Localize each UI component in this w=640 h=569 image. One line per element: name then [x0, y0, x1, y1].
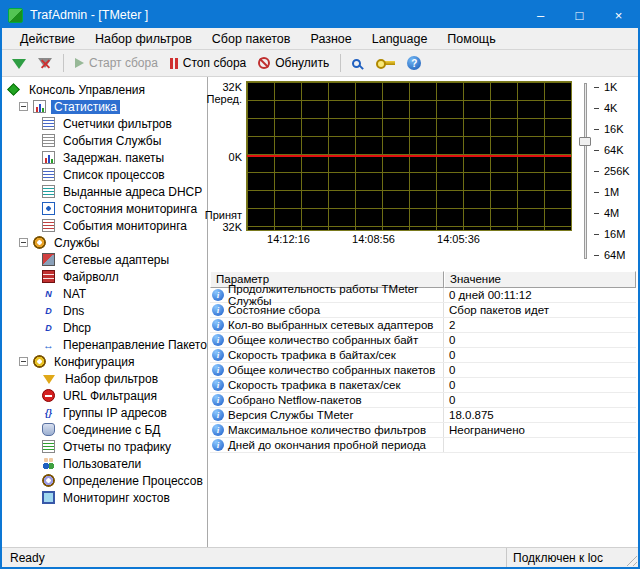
table-row[interactable]: iПродолжительность работы TMeter Службы … [210, 288, 636, 303]
menu-action[interactable]: Действие [10, 28, 85, 49]
tree-item-process-list[interactable]: Список процессов [2, 166, 207, 183]
graph-column: 14:12:16 14:08:56 14:05:36 [246, 81, 572, 265]
table-row[interactable]: iОбщее количество собранных пакетов 0 [210, 363, 636, 378]
tree-item-nat[interactable]: N NAT [2, 285, 207, 302]
x-axis-tick: 14:12:16 [246, 233, 331, 245]
scale-label: 16M [604, 228, 625, 240]
param-value: 0 дней 00:11:12 [444, 288, 636, 302]
graph-y-labels: 32K Перед. 0K Принят 32K [210, 81, 246, 249]
zero-label: 0K [229, 151, 242, 163]
scale-label: 1M [604, 186, 619, 198]
tree-item-db-connection[interactable]: Соединение с БД [2, 421, 207, 438]
tree-root-console[interactable]: Консоль Управления [2, 81, 207, 98]
column-header-value[interactable]: Значение [444, 271, 636, 288]
resize-grip[interactable] [624, 553, 637, 566]
param-value [444, 438, 636, 452]
table-row[interactable]: iСкорость трафика в байтах/сек 0 [210, 348, 636, 363]
menu-misc[interactable]: Разное [300, 28, 361, 49]
dhcp-icon: D [42, 321, 55, 334]
tree-item-users[interactable]: Пользователи [2, 455, 207, 472]
filter-delete-button[interactable] [32, 53, 58, 74]
collapse-icon[interactable] [19, 102, 28, 111]
stop-capture-button[interactable]: Стоп сбора [164, 53, 252, 73]
scale-slider [578, 81, 592, 261]
license-key-button[interactable] [370, 58, 401, 68]
info-icon: i [212, 334, 224, 346]
delayed-packets-icon [42, 151, 55, 164]
maximize-button[interactable]: □ [560, 2, 599, 28]
tree-item-host-monitoring[interactable]: Мониторинг хостов [2, 489, 207, 506]
param-name: Состояние сбора [228, 304, 320, 316]
tree-item-filter-set[interactable]: Набор фильтров [2, 370, 207, 387]
tree-item-ip-groups[interactable]: {} Группы IP адресов [2, 404, 207, 421]
table-row[interactable]: iСкорость трафика в пакетах/сек 0 [210, 378, 636, 393]
scale-label: 64K [604, 144, 624, 156]
tree-item-dns[interactable]: D Dns [2, 302, 207, 319]
tree-item-firewall[interactable]: Файрволл [2, 268, 207, 285]
tree-item-filter-counters[interactable]: Счетчики фильтров [2, 115, 207, 132]
reset-counters-button[interactable]: Обнулить [252, 53, 335, 73]
table-row[interactable]: iСобрано Netflow-пакетов 0 [210, 393, 636, 408]
traffic-line [247, 155, 571, 157]
tree-item-monitoring-state[interactable]: Состояния мониторинга [2, 200, 207, 217]
tree-item-packet-redirect[interactable]: ↔ Перенаправление Пакетов [2, 336, 207, 353]
menu-filter-set[interactable]: Набор фильтров [85, 28, 202, 49]
tree-root-label: Консоль Управления [26, 83, 148, 97]
tree-item-url-filtering[interactable]: URL Фильтрация [2, 387, 207, 404]
slider-handle[interactable] [579, 137, 591, 146]
scale-tick [594, 87, 599, 88]
table-row[interactable]: iКол-во выбранных сетевых адаптеров 2 [210, 318, 636, 333]
titlebar[interactable]: TrafAdmin - [TMeter ] – □ × [2, 2, 638, 28]
scale-labels: 1K 4K 16K 64K 256K 1M 4M 16M 64M [592, 81, 636, 261]
tree-item-monitoring-events[interactable]: События мониторинга [2, 217, 207, 234]
tree-item-process-detection[interactable]: Определение Процессов [2, 472, 207, 489]
slider-track[interactable] [584, 83, 587, 259]
tree-panel: Консоль Управления Статистика Счетчики ф… [2, 77, 208, 547]
param-value: Неограничено [444, 423, 636, 437]
info-icon: i [212, 394, 224, 406]
main-panel: 32K Перед. 0K Принят 32K 14:12:16 [208, 77, 638, 547]
table-row[interactable]: iВерсия Службы TMeter 18.0.875 [210, 408, 636, 423]
scale-tick [594, 213, 599, 214]
content-area: Консоль Управления Статистика Счетчики ф… [2, 77, 638, 547]
table-row[interactable]: iДней до окончания пробной периода [210, 438, 636, 453]
tree-item-traffic-reports[interactable]: Отчеты по трафику [2, 438, 207, 455]
toolbar-separator [63, 54, 64, 72]
dhcp-leases-icon [42, 185, 55, 198]
menu-help[interactable]: Помощь [437, 28, 505, 49]
collapse-icon[interactable] [19, 357, 28, 366]
tree-item-network-adapters[interactable]: Сетевые адаптеры [2, 251, 207, 268]
menu-language[interactable]: Language [362, 28, 438, 49]
stats-table: Параметр Значение iПродолжительность раб… [210, 271, 636, 547]
help-button[interactable]: ? [401, 53, 427, 73]
menu-packet-capture[interactable]: Сбор пакетов [202, 28, 301, 49]
table-row[interactable]: iОбщее количество собранных байт 0 [210, 333, 636, 348]
traffic-graph [246, 81, 572, 231]
tree-item-statistics[interactable]: Статистика [2, 98, 207, 115]
process-list-icon [42, 168, 55, 181]
start-capture-button[interactable]: Старт сбора [69, 53, 164, 73]
tree-item-service-events[interactable]: События Службы [2, 132, 207, 149]
table-row[interactable]: iСостояние сбора Сбор пакетов идет [210, 303, 636, 318]
param-name: Кол-во выбранных сетевых адаптеров [228, 319, 433, 331]
table-row[interactable]: iМаксимальное количество фильтров Неогра… [210, 423, 636, 438]
nat-icon: N [42, 287, 55, 300]
tree-item-delayed-packets[interactable]: Задержан. пакеты [2, 149, 207, 166]
tree-item-configuration[interactable]: Конфигурация [2, 353, 207, 370]
stop-capture-label: Стоп сбора [183, 56, 246, 70]
tree-item-services[interactable]: Службы [2, 234, 207, 251]
param-name: Максимальное количество фильтров [228, 424, 426, 436]
tree-item-dhcp[interactable]: D Dhcp [2, 319, 207, 336]
param-name: Общее количество собранных пакетов [228, 364, 435, 376]
collapse-icon[interactable] [19, 238, 28, 247]
window-title: TrafAdmin - [TMeter ] [30, 8, 148, 22]
filter-set-icon [43, 375, 55, 384]
view-log-button[interactable] [346, 56, 370, 71]
toolbar: Старт сбора Стоп сбора Обнулить ? [2, 50, 638, 77]
close-button[interactable]: × [599, 2, 638, 28]
filter-editor-button[interactable] [6, 54, 32, 72]
app-icon [8, 8, 23, 23]
minimize-button[interactable]: – [521, 2, 560, 28]
tree-item-dhcp-leases[interactable]: Выданные адреса DHCP [2, 183, 207, 200]
configuration-icon [33, 355, 46, 368]
